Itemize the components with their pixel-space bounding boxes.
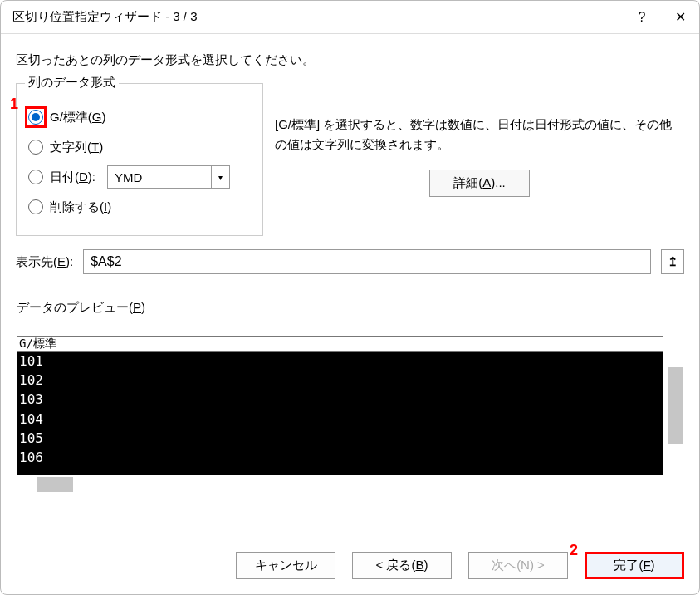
column-format-legend: 列のデータ形式 [25, 75, 119, 91]
range-picker-icon: ↥ [668, 254, 678, 269]
annotation-marker-1: 1 [10, 96, 18, 113]
description-area: [G/標準] を選択すると、数字は数値に、日付は日付形式の値に、その他の値は文字… [275, 83, 684, 236]
preview-label: データのプレビュー(P) [17, 300, 683, 316]
radio-text-label: 文字列(T) [50, 140, 103, 155]
cancel-button[interactable]: キャンセル [236, 552, 335, 579]
radio-skip-row[interactable]: 削除する(I) [28, 192, 251, 222]
window-title: 区切り位置指定ウィザード - 3 / 3 [12, 9, 623, 25]
radio-general[interactable] [28, 110, 43, 125]
finish-button[interactable]: 完了(F) [585, 552, 684, 579]
preview-column-header[interactable]: G/標準 [17, 337, 663, 352]
radio-skip[interactable] [28, 199, 43, 214]
button-bar: キャンセル < 戻る(B) 次へ(N) > 2 完了(F) [1, 537, 699, 594]
back-button[interactable]: < 戻る(B) [352, 552, 452, 579]
radio-date-label: 日付(D): [50, 170, 95, 185]
detail-button[interactable]: 詳細(A)... [429, 170, 530, 197]
content-area: 区切ったあとの列のデータ形式を選択してください。 列のデータ形式 1 G/標準(… [1, 34, 699, 537]
vertical-scrollbar-thumb[interactable] [668, 367, 683, 444]
date-format-select[interactable]: YMD ▾ [107, 165, 230, 189]
radio-skip-label: 削除する(I) [50, 199, 111, 215]
range-picker-button[interactable]: ↥ [661, 249, 684, 274]
preview-body: 101 102 103 104 105 106 [17, 352, 663, 475]
vertical-scrollbar[interactable] [668, 336, 683, 475]
column-format-fieldset: 列のデータ形式 1 G/標準(G) 文字列(T) 日付(D): YMD [16, 83, 263, 236]
upper-row: 列のデータ形式 1 G/標準(G) 文字列(T) 日付(D): YMD [16, 83, 684, 236]
close-icon: ✕ [675, 9, 686, 25]
preview-row: 105 [19, 429, 663, 448]
destination-label: 表示先(E): [16, 254, 73, 270]
destination-input[interactable] [83, 249, 651, 274]
close-button[interactable]: ✕ [661, 1, 699, 34]
radio-text[interactable] [28, 140, 43, 155]
description-text: [G/標準] を選択すると、数字は数値に、日付は日付形式の値に、その他の値は文字… [275, 115, 684, 155]
radio-date[interactable] [28, 170, 43, 184]
help-button[interactable]: ? [623, 1, 661, 34]
radio-date-row[interactable]: 日付(D): YMD ▾ [28, 162, 251, 192]
date-format-value: YMD [115, 170, 142, 184]
preview-row: 106 [19, 448, 663, 467]
next-button: 次へ(N) > [468, 552, 568, 579]
radio-text-row[interactable]: 文字列(T) [28, 132, 251, 162]
preview-row: 103 [19, 390, 663, 409]
titlebar: 区切り位置指定ウィザード - 3 / 3 ? ✕ [1, 1, 699, 34]
annotation-marker-2: 2 [570, 542, 578, 559]
radio-general-row[interactable]: G/標準(G) [28, 102, 251, 132]
horizontal-scrollbar[interactable] [17, 477, 683, 492]
preview-row: 101 [19, 352, 663, 371]
instruction-text: 区切ったあとの列のデータ形式を選択してください。 [16, 52, 684, 68]
horizontal-scrollbar-thumb[interactable] [37, 477, 73, 492]
chevron-down-icon[interactable]: ▾ [211, 166, 229, 188]
radio-general-label: G/標準(G) [50, 110, 106, 125]
preview-row: 104 [19, 410, 663, 429]
preview-area[interactable]: G/標準 101 102 103 104 105 106 [17, 336, 663, 475]
destination-row: 表示先(E): ↥ [16, 249, 684, 274]
wizard-dialog: 区切り位置指定ウィザード - 3 / 3 ? ✕ 区切ったあとの列のデータ形式を… [0, 0, 700, 595]
preview-row: 102 [19, 371, 663, 390]
preview-group: データのプレビュー(P) G/標準 101 102 103 104 105 10… [16, 299, 684, 522]
